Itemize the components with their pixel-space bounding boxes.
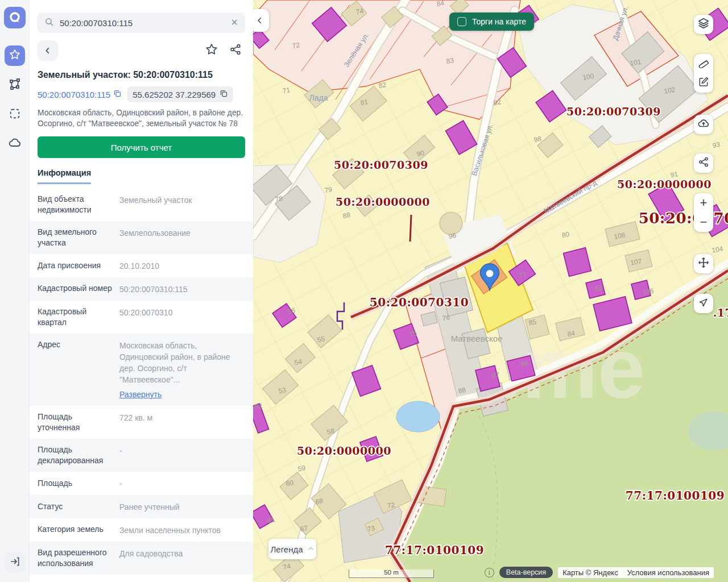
trades-label: Торги на карте: [472, 17, 526, 26]
svg-text:80: 80: [561, 230, 570, 239]
svg-text:88: 88: [458, 386, 467, 395]
svg-text:86: 86: [520, 359, 530, 368]
svg-text:53: 53: [278, 386, 287, 395]
beta-badge: Beta-версия: [499, 567, 553, 578]
zoom-in-button[interactable]: +: [694, 193, 713, 213]
svg-text:50:20:0070310: 50:20:0070310: [639, 210, 728, 227]
terms-link[interactable]: Условия использования: [627, 568, 709, 577]
search-bar: ✕: [38, 13, 245, 33]
sidebar-item-cloud[interactable]: [5, 134, 25, 155]
table-row: Вид разрешенного использованияДля садово…: [30, 542, 253, 575]
svg-text:54: 54: [294, 357, 303, 367]
map-base-layer: .me: [253, 0, 728, 582]
table-row: Кадастровый номер50:20:0070310:115: [30, 277, 253, 301]
svg-text:82: 82: [378, 81, 387, 90]
chevron-up-icon: [307, 544, 315, 554]
address-text: Московская область, Одинцовский район, в…: [38, 107, 245, 129]
svg-text:82: 82: [594, 284, 603, 293]
svg-text:50:20:0070309: 50:20:0070309: [334, 159, 428, 171]
svg-text:60: 60: [286, 479, 295, 488]
svg-text:81: 81: [360, 98, 369, 107]
svg-text:56: 56: [287, 306, 296, 315]
share-map-button[interactable]: [694, 153, 713, 173]
map-attribution: i Beta-версия Карты © Яндекс Условия исп…: [485, 567, 714, 578]
svg-text:55: 55: [317, 335, 326, 344]
svg-text:79: 79: [324, 185, 333, 194]
copy-icon[interactable]: [113, 89, 122, 99]
share-icon: [698, 156, 709, 170]
collapse-panel-button[interactable]: [253, 9, 269, 32]
svg-text:61: 61: [267, 516, 276, 525]
sidebar-item-polygon[interactable]: [5, 75, 25, 95]
svg-text:73: 73: [367, 524, 376, 533]
logout-button[interactable]: [5, 552, 25, 573]
svg-text:72: 72: [387, 501, 396, 510]
locate-button[interactable]: [694, 294, 713, 313]
ruler-button[interactable]: [694, 54, 713, 73]
tab-information[interactable]: Информация: [38, 168, 91, 184]
svg-text:72: 72: [292, 41, 301, 50]
sidebar-item-favorites[interactable]: [5, 45, 25, 66]
search-input[interactable]: [60, 18, 225, 28]
zoom-out-button[interactable]: −: [694, 213, 713, 232]
coordinates-value: 55.625202 37.229569: [133, 90, 216, 99]
svg-text:50:20:0000000: 50:20:0000000: [297, 444, 391, 457]
table-row: Площадь уточненная722 кв. м: [30, 406, 253, 439]
svg-text:Лада: Лада: [309, 93, 328, 102]
svg-text:.17: .17: [713, 306, 728, 319]
cloud-icon: [8, 136, 22, 152]
svg-text:77: 77: [519, 271, 528, 280]
svg-text:50:20:0000000: 50:20:0000000: [617, 178, 712, 190]
svg-text:50:20:0000000: 50:20:0000000: [336, 196, 430, 208]
checkbox-icon[interactable]: [457, 17, 466, 26]
search-icon: [44, 17, 54, 29]
get-report-button[interactable]: Получить отчет: [38, 136, 245, 158]
svg-text:71: 71: [282, 86, 291, 95]
svg-text:96: 96: [448, 231, 457, 240]
legend-button[interactable]: Легенда: [268, 539, 316, 559]
app-root: ✕ Земельный участок: 50:20:0070310:115 5…: [0, 0, 728, 582]
svg-text:50:20:0070309: 50:20:0070309: [566, 105, 661, 118]
pan-button[interactable]: [694, 254, 713, 273]
table-row: Вид объекта недвижимостиЗемельный участо…: [30, 188, 253, 221]
cadastral-number-link[interactable]: 50:20:0070310:115: [38, 89, 122, 99]
clear-search-icon[interactable]: ✕: [231, 18, 238, 27]
svg-text:75: 75: [409, 329, 418, 338]
svg-text:85: 85: [528, 318, 537, 327]
coordinates-chip[interactable]: 55.625202 37.229569: [127, 86, 233, 102]
draw-button[interactable]: [694, 73, 713, 93]
navigation-arrow-icon: [698, 297, 709, 310]
trades-on-map-toggle[interactable]: Торги на карте: [449, 13, 534, 31]
maps-copyright[interactable]: Карты © Яндекс: [562, 568, 618, 577]
cloud-upload-icon: [697, 117, 710, 132]
star-icon: [9, 48, 21, 63]
svg-text:68: 68: [315, 497, 324, 506]
svg-text:84: 84: [436, 0, 445, 8]
plus-icon: +: [700, 196, 708, 210]
svg-text:59: 59: [297, 464, 307, 473]
sidebar-item-select-area[interactable]: [5, 105, 25, 125]
copy-icon[interactable]: [220, 89, 228, 99]
svg-text:93: 93: [712, 140, 721, 149]
svg-text:83: 83: [446, 56, 455, 65]
svg-text:67: 67: [300, 524, 309, 533]
app-logo-icon[interactable]: [4, 7, 26, 28]
svg-text:74: 74: [355, 7, 365, 16]
table-row: Вид земельного участкаЗемлепользование: [30, 221, 253, 254]
share-button[interactable]: [226, 41, 245, 60]
svg-text:77:17:0100109: 77:17:0100109: [385, 543, 484, 557]
info-icon[interactable]: i: [485, 568, 494, 577]
info-table: Вид объекта недвижимостиЗемельный участо…: [30, 188, 253, 575]
map-canvas[interactable]: .me: [253, 0, 728, 582]
scale-label: 50 m: [384, 569, 399, 576]
edit-icon: [698, 76, 709, 90]
back-button[interactable]: [38, 40, 58, 61]
layers-button[interactable]: [694, 15, 713, 34]
expand-link[interactable]: Развернуть: [119, 389, 162, 400]
page-title: Земельный участок: 50:20:0070310:115: [38, 70, 245, 80]
table-row: Площадь-: [30, 472, 253, 495]
layers-icon: [697, 17, 710, 32]
table-row-address: АдресМосковская область, Одинцовский рай…: [30, 334, 253, 406]
favorite-button[interactable]: [202, 41, 221, 60]
upload-button[interactable]: [694, 115, 713, 134]
